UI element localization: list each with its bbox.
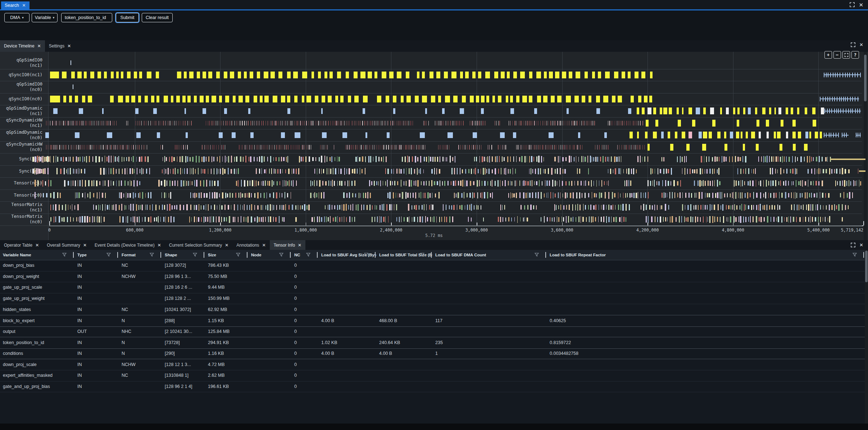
tab-device-timeline[interactable]: Device Timeline✕ <box>0 40 45 52</box>
table-row-down_proj_scale[interactable]: down_proj_scaleINNCHW[128 12 1 3...4.72 … <box>0 359 865 370</box>
filter-icon[interactable] <box>279 253 283 257</box>
filter-icon[interactable] <box>106 253 111 257</box>
filter-icon[interactable] <box>236 253 240 257</box>
table-row-block_to_expert[interactable]: block_to_expertINN[288]1.15 KB04.00 B468… <box>0 315 865 327</box>
dma-dropdown[interactable]: DMA ▾ <box>4 13 29 22</box>
timeline-scrollbar-thumb[interactable] <box>864 55 867 101</box>
column-resize-handle[interactable] <box>160 252 161 258</box>
close-icon[interactable]: ✕ <box>859 243 863 247</box>
filter-icon[interactable] <box>193 253 197 257</box>
tab-operator-table[interactable]: Operator Table✕ <box>0 240 43 250</box>
timeline-row-qSyncIO0(nc1)[interactable]: qSyncIO0(nc1) <box>0 69 862 82</box>
clear-result-button[interactable]: Clear result <box>142 13 173 22</box>
column-header-load-to-sbuf-total-size-bytes-[interactable]: Load to SBUF Total Size (Bytes) <box>376 250 432 260</box>
tab-current-selection-summary[interactable]: Current Selection Summary✕ <box>165 240 232 250</box>
event-bar <box>605 72 610 78</box>
table-row-down_proj_bias[interactable]: down_proj_biasINNC[128 3072]786.43 KB0 <box>0 260 865 271</box>
timeline-row-qGpSimdIO0(nc0)[interactable]: qGpSimdIO0 (nc0) <box>0 81 862 93</box>
expand-icon[interactable] <box>849 2 855 8</box>
column-header-size[interactable]: Size <box>205 250 248 260</box>
table-row-down_proj_weight[interactable]: down_proj_weightINNCHW[128 96 1 3...75.5… <box>0 271 865 283</box>
filter-icon[interactable] <box>364 253 368 257</box>
table-scrollbar[interactable] <box>865 250 868 424</box>
close-icon[interactable]: ✕ <box>37 44 41 48</box>
table-row-gate_up_proj_weight[interactable]: gate_up_proj_weightIN[128 128 2 ...150.9… <box>0 293 865 305</box>
timeline-row-Tensor(nc1)[interactable]: Tensor(nc1) <box>0 177 862 190</box>
column-header-load-to-sbuf-avg-size-bytes-[interactable]: Load to SBUF Avg Size (Bytes) <box>318 250 376 260</box>
column-resize-handle[interactable] <box>204 252 204 258</box>
timeline-row-qSyncDynamicHW(nc0)[interactable]: qSyncDynamicHW (nc0) <box>0 141 862 154</box>
tab-search[interactable]: Search ✕ <box>1 1 29 9</box>
search-input[interactable] <box>61 13 112 22</box>
filter-icon[interactable] <box>150 253 154 257</box>
column-resize-handle[interactable] <box>247 252 247 258</box>
table-row-hidden_states[interactable]: hidden_statesINNC[10241 3072]62.92 MB0 <box>0 304 865 315</box>
column-resize-handle[interactable] <box>290 252 291 258</box>
column-header-format[interactable]: Format <box>119 250 162 260</box>
table-row-expert_affinities_masked[interactable]: expert_affinities_maskedINNC[1310848 1]2… <box>0 370 865 381</box>
filter-icon[interactable] <box>62 253 67 257</box>
column-resize-handle[interactable] <box>375 252 376 258</box>
column-header-load-to-sbuf-dma-count[interactable]: Load to SBUF DMA Count <box>432 250 547 260</box>
close-icon[interactable]: ✕ <box>859 2 863 8</box>
close-icon[interactable]: ✕ <box>83 243 87 247</box>
tab-settings[interactable]: Settings✕ <box>45 40 75 52</box>
table-scrollbar-thumb[interactable] <box>865 251 868 282</box>
timeline-row-TensorMatrix(nc1)[interactable]: TensorMatrix (nc1) <box>0 201 862 214</box>
tab-annotations[interactable]: Annotations✕ <box>232 240 269 250</box>
column-header-type[interactable]: Type <box>74 250 119 260</box>
timeline-scrollbar[interactable] <box>864 52 867 240</box>
column-resize-handle[interactable] <box>73 252 74 258</box>
device-timeline-chart[interactable]: 5.72 ms +−? qGpSimdIO0 (nc1)qSyncIO0(nc1… <box>0 52 868 240</box>
submit-button[interactable]: Submit <box>116 13 139 22</box>
close-icon[interactable]: ✕ <box>158 243 161 247</box>
column-header-load-to-sbuf-repeat-factor[interactable]: Load to SBUF Repeat Factor <box>547 250 865 260</box>
close-icon[interactable]: ✕ <box>262 243 266 247</box>
filter-icon[interactable] <box>853 253 857 257</box>
close-icon[interactable]: ✕ <box>298 243 301 247</box>
table-row-gate_and_up_proj_bias[interactable]: gate_and_up_proj_biasIN[128 96 2 1 4]196… <box>0 381 865 393</box>
close-icon[interactable]: ✕ <box>225 243 228 247</box>
column-resize-handle[interactable] <box>317 252 318 258</box>
close-icon[interactable]: ✕ <box>35 243 39 247</box>
timeline-row-qSyncIO0(nc0)[interactable]: qSyncIO0(nc0) <box>0 93 862 106</box>
expand-icon[interactable] <box>850 242 856 248</box>
filter-icon[interactable] <box>535 253 539 257</box>
filter-icon[interactable] <box>420 253 424 257</box>
event-bar <box>271 168 272 174</box>
expand-icon[interactable] <box>850 42 856 47</box>
close-icon[interactable]: ✕ <box>859 42 863 47</box>
event-bar <box>474 157 475 161</box>
table-row-gate_up_proj_scale[interactable]: gate_up_proj_scaleIN[128 16 2 6 ...9.44 … <box>0 282 865 293</box>
event-bar <box>102 157 103 161</box>
timeline-row-qSyncDynamicHW(nc1)[interactable]: qSyncDynamicHW (nc1) <box>0 117 862 130</box>
column-resize-handle[interactable] <box>431 252 432 258</box>
filter-icon[interactable] <box>306 253 310 257</box>
timeline-row-qGpSimdIO0(nc1)[interactable]: qGpSimdIO0 (nc1) <box>0 57 862 69</box>
column-resize-handle[interactable] <box>863 252 864 258</box>
table-row-conditions[interactable]: conditionsINN[290]1.16 KB04.00 B4.00 B10… <box>0 348 865 360</box>
table-row-token_position_to_id[interactable]: token_position_to_idINN[73728]294.91 KB0… <box>0 337 865 349</box>
timeline-row-TensorMatrix(nc0)[interactable]: TensorMatrix (nc0) <box>0 214 862 226</box>
event-bar <box>295 217 297 222</box>
column-resize-handle[interactable] <box>117 252 118 258</box>
timeline-row-qGpSimdDynamic(nc1)[interactable]: qGpSimdDynamic (nc1) <box>0 105 862 118</box>
close-icon[interactable]: ✕ <box>22 3 26 8</box>
column-header-nc[interactable]: NC <box>291 250 318 260</box>
column-resize-handle[interactable] <box>545 252 546 258</box>
tab-overall-summary[interactable]: Overall Summary✕ <box>43 240 91 250</box>
tab-tensor-info[interactable]: Tensor Info✕ <box>270 240 305 250</box>
timeline-row-Sync(nc1)[interactable]: Sync(nc1) <box>0 153 862 166</box>
event-bar <box>738 181 740 186</box>
column-header-variable-name[interactable]: Variable Name <box>0 250 74 260</box>
column-header-shape[interactable]: Shape <box>162 250 205 260</box>
close-icon[interactable]: ✕ <box>67 44 71 48</box>
tab-event-details-device-timeline-[interactable]: Event Details (Device Timeline)✕ <box>91 240 165 250</box>
column-header-node[interactable]: Node <box>248 250 291 260</box>
variable-dropdown[interactable]: Variable ▾ <box>32 13 58 22</box>
timeline-row-qGpSimdDynamic(nc0)[interactable]: qGpSimdDynamic (nc0) <box>0 129 862 142</box>
timeline-row-Sync(nc0)[interactable]: Sync(nc0) <box>0 165 862 178</box>
table-row-output[interactable]: outputOUTNHC[2 10241 30...125.84 MB0 <box>0 326 865 338</box>
timeline-row-Tensor(nc0)[interactable]: Tensor(nc0) <box>0 189 862 202</box>
event-bar <box>791 192 792 198</box>
